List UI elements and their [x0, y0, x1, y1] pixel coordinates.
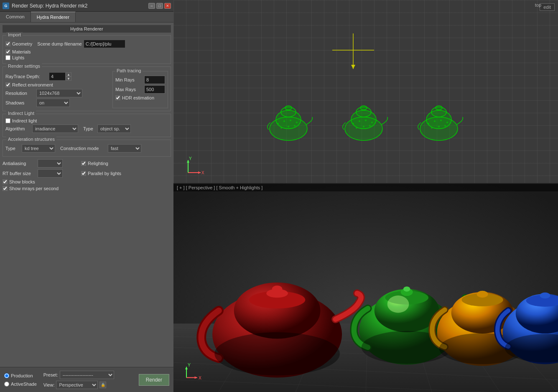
raytrace-depth-input[interactable] — [49, 72, 66, 81]
axis-gizmo-top: X Y — [184, 156, 205, 177]
acceleration-label: Acceleration structures — [6, 137, 56, 142]
svg-point-69 — [403, 286, 410, 291]
svg-point-8 — [283, 120, 285, 122]
show-mrays-checkbox[interactable] — [3, 186, 8, 191]
close-button[interactable]: ✕ — [164, 3, 171, 9]
svg-point-9 — [290, 120, 291, 121]
render-button[interactable]: Render — [139, 374, 169, 386]
svg-point-64 — [214, 332, 340, 375]
path-tracing-label: Path tracing — [115, 68, 143, 73]
teapot-wire-2 — [341, 99, 391, 141]
view-select[interactable]: Perspective Top Front — [56, 381, 98, 389]
parallel-checkbox[interactable] — [81, 171, 86, 176]
teapot-wire-1 — [265, 99, 316, 141]
accel-type-select[interactable]: kd tree bvh — [22, 144, 55, 153]
lights-checkbox[interactable] — [5, 55, 10, 60]
shadows-select[interactable]: on off — [36, 99, 70, 107]
svg-point-34 — [438, 126, 440, 127]
render-settings-group: Render settings RayTrace Depth: ▲ ▼ — [3, 66, 171, 111]
tab-bar: Common Hydra Renderer — [0, 12, 173, 23]
construction-select[interactable]: fast quality — [108, 144, 141, 153]
max-rays-input[interactable] — [144, 85, 165, 94]
section-header: Hydra Renderer — [3, 25, 171, 33]
svg-point-23 — [363, 126, 364, 127]
title-bar: G Render Setup: Hydra Render mk2 – □ ✕ — [0, 0, 173, 12]
svg-point-17 — [360, 106, 367, 110]
svg-point-31 — [440, 120, 442, 121]
app-icon: G — [3, 3, 9, 9]
svg-point-21 — [371, 122, 373, 123]
rt-buffer-select[interactable]: 512 1024 — [38, 169, 63, 178]
rt-buffer-label: RT buffer size — [3, 171, 36, 176]
svg-point-63 — [272, 285, 283, 293]
view-label: View: — [43, 382, 55, 387]
svg-point-13 — [294, 125, 296, 127]
raytrace-down-btn[interactable]: ▼ — [66, 76, 71, 81]
svg-point-18 — [352, 123, 354, 125]
hdr-checkbox[interactable] — [115, 95, 120, 100]
view-lock-btn[interactable]: 🔒 — [99, 382, 106, 388]
tab-common[interactable]: Common — [0, 12, 31, 22]
import-group: Import Geometry Scene dump filename Mate… — [3, 35, 171, 64]
scene-dump-input[interactable] — [84, 40, 125, 48]
vp-top-edit-btn[interactable]: edit — [540, 3, 555, 11]
grid-background — [173, 0, 558, 183]
show-blocks-checkbox[interactable] — [3, 179, 8, 184]
activeshade-label: ActiveShade — [11, 382, 37, 387]
preset-select[interactable]: -------------------- — [60, 371, 114, 379]
shadows-label: Shadows — [5, 100, 35, 105]
tab-hydra[interactable]: Hydra Renderer — [31, 12, 76, 22]
viewport-bottom-label: [ + ] [ Perspective ] [ Smooth + Highlig… — [177, 185, 262, 190]
svg-point-30 — [434, 120, 436, 122]
svg-point-7 — [277, 123, 279, 125]
svg-point-32 — [446, 122, 448, 123]
indirect-light-group: Indirect Light Indirect light Algorithm … — [3, 114, 171, 137]
svg-text:X: X — [199, 376, 201, 380]
viewport-top: edit — [173, 0, 558, 184]
min-rays-input[interactable] — [144, 76, 165, 84]
parallel-label: Parallel by lights — [88, 171, 121, 176]
reflect-env-label: Reflect environment — [12, 82, 53, 87]
relighting-checkbox[interactable] — [81, 161, 86, 166]
resolution-select[interactable]: 1024x768 1920x1080 800x600 — [36, 89, 82, 97]
materials-checkbox[interactable] — [5, 49, 10, 54]
svg-point-11 — [280, 127, 282, 129]
svg-point-29 — [428, 123, 429, 125]
antialiasing-select[interactable]: 2x 4x — [38, 159, 63, 168]
render-settings-label: Render settings — [6, 64, 42, 69]
svg-point-10 — [296, 122, 298, 123]
show-blocks-label: Show blocks — [9, 179, 35, 184]
algorithm-select[interactable]: irradiance path tracing — [32, 125, 78, 133]
min-rays-label: Min Rays — [115, 77, 143, 82]
svg-point-33 — [431, 127, 433, 129]
svg-point-70 — [387, 295, 409, 313]
type-select-indirect[interactable]: object sp. world — [97, 125, 131, 133]
geometry-label: Geometry — [12, 41, 32, 46]
bottom-bar: Production ActiveShade Preset: ---------… — [0, 367, 173, 392]
materials-label: Materials — [12, 49, 31, 54]
viewport-header: [ + ] [ Perspective ] [ Smooth + Highlig… — [173, 184, 558, 191]
activeshade-radio[interactable] — [4, 382, 9, 387]
svg-text:X: X — [201, 171, 204, 175]
svg-point-12 — [288, 126, 289, 127]
scene-dump-label: Scene dump filename — [37, 41, 82, 46]
minimize-button[interactable]: – — [148, 3, 155, 9]
indirect-light-checkbox[interactable] — [5, 118, 10, 123]
production-radio[interactable] — [4, 373, 9, 378]
relighting-label: Relighting — [88, 161, 108, 166]
hdr-label: HDR estimation — [122, 95, 154, 100]
restore-button[interactable]: □ — [156, 3, 163, 9]
raytrace-up-btn[interactable]: ▲ — [66, 72, 71, 76]
svg-text:Y: Y — [189, 156, 192, 161]
svg-point-20 — [365, 120, 367, 121]
svg-point-35 — [444, 125, 446, 127]
svg-marker-37 — [198, 171, 201, 174]
window-title: Render Setup: Hydra Render mk2 — [12, 3, 87, 9]
svg-point-75 — [477, 291, 488, 298]
reflect-env-checkbox[interactable] — [5, 82, 10, 87]
teapot-wire-3 — [416, 99, 466, 141]
svg-point-22 — [356, 127, 357, 129]
panel-content: Hydra Renderer Import Geometry Scene dum… — [0, 23, 173, 364]
show-mrays-label: Show mrays per second — [9, 186, 59, 191]
geometry-checkbox[interactable] — [5, 41, 10, 46]
